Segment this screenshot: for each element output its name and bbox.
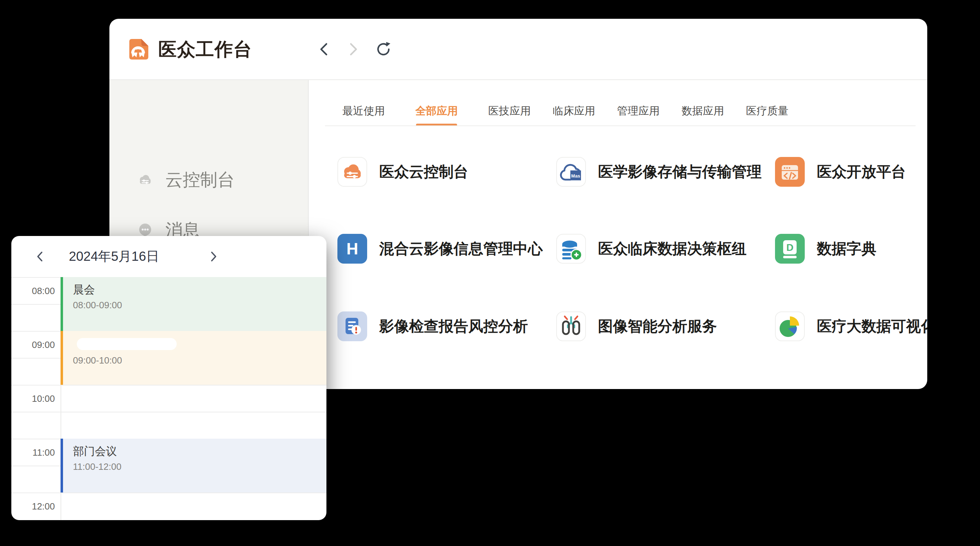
app-category-tabs: 最近使用 全部应用 医技应用 临床应用 管理应用 数据应用 医疗质量 bbox=[342, 103, 810, 119]
page-title: 医众工作台 bbox=[158, 19, 252, 80]
app-item-image-storage[interactable]: Mas 医学影像存储与传输管理 bbox=[556, 157, 768, 187]
app-logo-icon bbox=[127, 38, 150, 61]
app-item-cloud-console[interactable]: 医众云控制台 bbox=[337, 157, 550, 187]
app-item-label: 混合云影像信息管理中心 bbox=[379, 239, 543, 259]
tab-clinical-apps[interactable]: 临床应用 bbox=[553, 104, 595, 118]
tab-recent[interactable]: 最近使用 bbox=[342, 104, 385, 118]
calendar-gridline bbox=[11, 385, 326, 385]
calendar-prev-day-icon[interactable] bbox=[33, 249, 48, 263]
tabs-divider bbox=[325, 125, 916, 126]
event-time: 09:00-10:00 bbox=[73, 355, 326, 366]
app-item-label: 医疗大数据可视化 bbox=[817, 316, 927, 336]
cloud-sliders-icon bbox=[337, 157, 367, 187]
svg-text:H: H bbox=[346, 239, 358, 258]
svg-text:D: D bbox=[786, 242, 794, 253]
time-label: 08:00 bbox=[11, 286, 55, 296]
calendar-gridline bbox=[11, 412, 326, 412]
app-item-big-data-visualization[interactable]: 医疗大数据可视化 bbox=[775, 311, 927, 341]
event-time: 11:00-12:00 bbox=[73, 461, 326, 472]
redacted-event-title bbox=[77, 338, 177, 350]
app-item-label: 医众临床数据决策枢纽 bbox=[598, 239, 747, 259]
lungs-icon bbox=[556, 311, 586, 341]
tab-data-apps[interactable]: 数据应用 bbox=[681, 104, 724, 118]
app-item-image-ai-analysis[interactable]: 图像智能分析服务 bbox=[556, 311, 768, 341]
back-arrow-icon[interactable] bbox=[316, 41, 333, 58]
app-item-clinical-data-hub[interactable]: 医众临床数据决策枢纽 bbox=[556, 234, 768, 263]
app-item-label: 医学影像存储与传输管理 bbox=[598, 162, 762, 182]
app-item-label: 数据字典 bbox=[817, 239, 876, 259]
tab-all-apps[interactable]: 全部应用 bbox=[415, 104, 458, 118]
calendar-next-day-icon[interactable] bbox=[206, 249, 220, 263]
event-title: 部门会议 bbox=[73, 445, 326, 458]
time-label: 12:00 bbox=[11, 501, 55, 512]
h-square-icon: H bbox=[337, 234, 367, 263]
app-item-label: 医众云控制台 bbox=[379, 162, 468, 182]
svg-text:Mas: Mas bbox=[571, 173, 580, 179]
app-item-open-platform[interactable]: 医众开放平台 bbox=[775, 157, 927, 187]
time-label: 11:00 bbox=[11, 447, 55, 458]
report-risk-icon bbox=[337, 311, 367, 341]
event-time: 08:00-09:00 bbox=[73, 300, 326, 311]
app-item-label: 医众开放平台 bbox=[817, 162, 906, 182]
forward-arrow-icon[interactable] bbox=[345, 41, 361, 58]
tab-quality[interactable]: 医疗质量 bbox=[746, 104, 789, 118]
time-label: 09:00 bbox=[11, 339, 55, 350]
event-title: 晨会 bbox=[73, 283, 326, 296]
tab-medtech-apps[interactable]: 医技应用 bbox=[488, 104, 531, 118]
calendar-panel: 2024年5月16日 08:00 09:00 10:00 11:00 12:00… bbox=[11, 236, 326, 520]
app-item-label: 影像检查报告风控分析 bbox=[379, 316, 528, 336]
app-item-label: 图像智能分析服务 bbox=[598, 316, 717, 336]
calendar-event-department-meeting[interactable]: 部门会议 11:00-12:00 bbox=[60, 439, 326, 492]
sidebar-item-cloud-console[interactable]: 云控制台 bbox=[110, 167, 308, 193]
tab-management-apps[interactable]: 管理应用 bbox=[617, 104, 660, 118]
app-item-report-risk-analysis[interactable]: 影像检查报告风控分析 bbox=[337, 311, 550, 341]
cloud-mas-icon: Mas bbox=[556, 157, 586, 187]
dictionary-book-icon: D bbox=[775, 234, 805, 263]
calendar-gridline bbox=[11, 492, 326, 493]
calendar-event-morning-meeting[interactable]: 晨会 08:00-09:00 bbox=[60, 277, 326, 331]
cloud-sliders-icon bbox=[136, 171, 154, 189]
pie-chart-icon bbox=[775, 311, 805, 341]
code-window-icon bbox=[775, 157, 805, 187]
app-item-data-dictionary[interactable]: D 数据字典 bbox=[775, 234, 927, 263]
time-label: 10:00 bbox=[11, 393, 55, 404]
database-plus-icon bbox=[556, 234, 586, 263]
calendar-date: 2024年5月16日 bbox=[54, 236, 174, 277]
refresh-icon[interactable] bbox=[374, 40, 393, 59]
sidebar-item-label: 云控制台 bbox=[165, 168, 235, 192]
calendar-event-redacted[interactable]: 09:00-10:00 bbox=[60, 331, 326, 385]
app-item-hybrid-cloud-center[interactable]: H 混合云影像信息管理中心 bbox=[337, 234, 550, 263]
